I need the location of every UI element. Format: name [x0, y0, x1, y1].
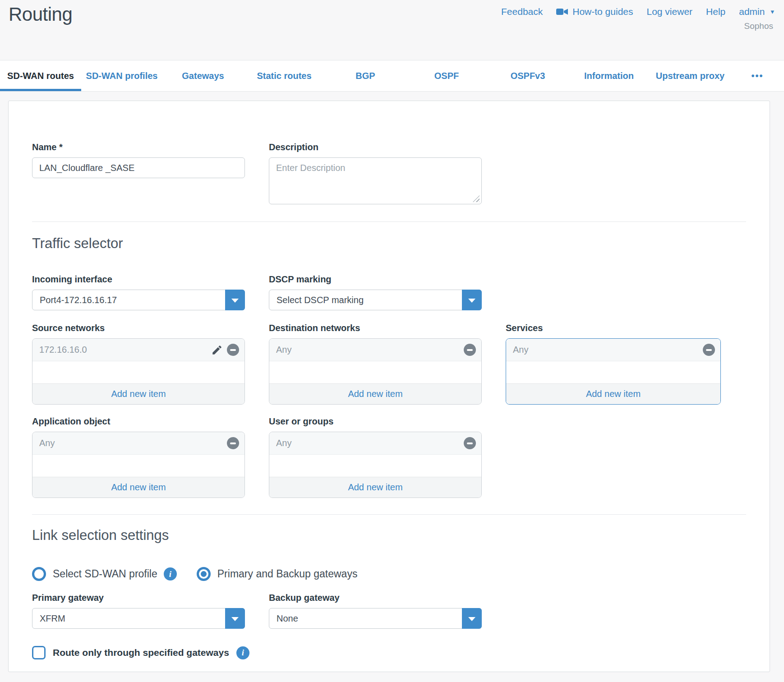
list-item: Any	[269, 432, 481, 455]
dscp-marking-label: DSCP marking	[269, 274, 482, 285]
dropdown-arrow-button[interactable]	[225, 608, 245, 629]
listbox-empty-area	[269, 361, 481, 383]
route-only-checkbox-label: Route only through specified gateways	[53, 647, 229, 658]
tab-ospfv3[interactable]: OSPFv3	[487, 60, 568, 91]
tab-upstream-proxy[interactable]: Upstream proxy	[650, 60, 731, 91]
log-viewer-link[interactable]: Log viewer	[647, 6, 693, 17]
listbox-empty-area	[32, 361, 244, 383]
radio-primary-backup-gateways[interactable]: Primary and Backup gateways	[197, 567, 358, 581]
list-item: Any	[506, 339, 720, 361]
tab-information[interactable]: Information	[568, 60, 650, 91]
section-divider	[32, 514, 746, 515]
name-label: Name *	[32, 142, 245, 152]
user-or-groups-listbox: Any Add new item	[269, 432, 482, 498]
backup-gateway-select[interactable]: None	[269, 608, 482, 629]
incoming-interface-select[interactable]: Port4-172.16.16.17	[32, 290, 245, 310]
remove-item-icon[interactable]	[227, 344, 239, 356]
add-new-item-button[interactable]: Add new item	[269, 477, 481, 498]
header-links: Feedback How-to guides Log viewer Help a…	[501, 6, 774, 17]
brand-label: Sophos	[744, 21, 773, 31]
add-new-item-button[interactable]: Add new item	[269, 383, 481, 404]
traffic-selector-heading: Traffic selector	[32, 235, 746, 252]
howto-guides-link[interactable]: How-to guides	[556, 6, 633, 17]
section-divider	[32, 221, 746, 222]
tab-ospf[interactable]: OSPF	[406, 60, 487, 91]
primary-gateway-select[interactable]: XFRM	[32, 608, 245, 629]
tab-static-routes[interactable]: Static routes	[244, 60, 325, 91]
source-networks-label: Source networks	[32, 323, 245, 333]
list-item: Any	[269, 339, 481, 361]
add-new-item-button[interactable]: Add new item	[32, 383, 244, 404]
dscp-marking-select[interactable]: Select DSCP marking	[269, 290, 482, 310]
destination-networks-label: Destination networks	[269, 323, 482, 333]
dropdown-arrow-button[interactable]	[462, 290, 482, 310]
tab-bgp[interactable]: BGP	[325, 60, 406, 91]
services-label: Services	[506, 323, 721, 333]
name-input[interactable]	[32, 157, 245, 178]
page-title: Routing	[9, 4, 72, 25]
destination-networks-listbox: Any Add new item	[269, 338, 482, 405]
dropdown-arrow-button[interactable]	[225, 290, 245, 310]
source-networks-listbox: 172.16.16.0 Add new item	[32, 338, 245, 405]
remove-item-icon[interactable]	[464, 437, 476, 449]
link-selection-heading: Link selection settings	[32, 527, 746, 544]
list-item: Any	[32, 432, 244, 455]
services-listbox: Any Add new item	[506, 338, 721, 405]
edit-icon[interactable]	[211, 344, 223, 356]
primary-gateway-label: Primary gateway	[32, 593, 245, 603]
listbox-empty-area	[506, 361, 720, 383]
description-textarea[interactable]	[269, 157, 482, 204]
add-new-item-button[interactable]: Add new item	[506, 383, 720, 404]
info-icon[interactable]: i	[236, 646, 249, 659]
more-tabs-button[interactable]: •••	[731, 60, 784, 91]
application-object-label: Application object	[32, 416, 245, 427]
radio-select-sdwan-profile[interactable]: Select SD-WAN profile i	[32, 567, 177, 581]
page-header: Routing Feedback How-to guides Log viewe…	[0, 0, 784, 60]
add-new-item-button[interactable]: Add new item	[32, 477, 244, 498]
listbox-empty-area	[32, 455, 244, 477]
video-camera-icon	[556, 8, 568, 16]
route-only-checkbox[interactable]	[32, 646, 46, 659]
admin-menu[interactable]: admin ▾	[739, 6, 774, 17]
backup-gateway-label: Backup gateway	[269, 593, 482, 603]
radio-checked-icon[interactable]	[197, 567, 211, 581]
tab-sdwan-routes[interactable]: SD-WAN routes	[0, 60, 81, 91]
dropdown-arrow-button[interactable]	[462, 608, 482, 629]
listbox-empty-area	[269, 455, 481, 477]
sdwan-route-form-card: Name * Description Traffic selector Inco…	[8, 101, 770, 672]
application-object-listbox: Any Add new item	[32, 432, 245, 498]
help-link[interactable]: Help	[706, 6, 725, 17]
remove-item-icon[interactable]	[703, 344, 715, 356]
tab-gateways[interactable]: Gateways	[162, 60, 244, 91]
description-label: Description	[269, 142, 482, 152]
chevron-down-icon: ▾	[770, 8, 774, 16]
remove-item-icon[interactable]	[227, 437, 239, 449]
tab-sdwan-profiles[interactable]: SD-WAN profiles	[81, 60, 162, 91]
radio-icon[interactable]	[32, 567, 46, 581]
incoming-interface-label: Incoming interface	[32, 274, 245, 285]
info-icon[interactable]: i	[164, 567, 177, 581]
user-or-groups-label: User or groups	[269, 416, 482, 427]
feedback-link[interactable]: Feedback	[501, 6, 543, 17]
remove-item-icon[interactable]	[464, 344, 476, 356]
list-item: 172.16.16.0	[32, 339, 244, 361]
routing-tabbar: SD-WAN routes SD-WAN profiles Gateways S…	[0, 60, 784, 92]
